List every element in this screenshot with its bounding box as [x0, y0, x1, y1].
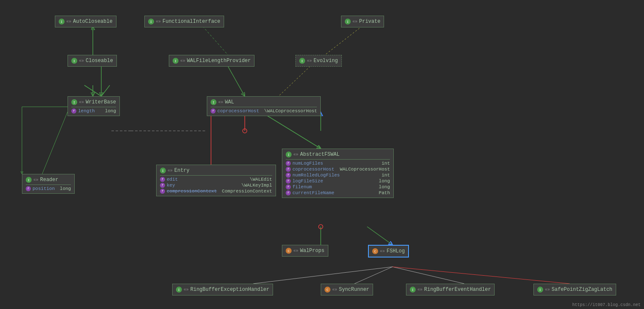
svg-point-12 — [243, 129, 247, 133]
icon-writerbase: I — [71, 99, 77, 105]
svg-line-5 — [101, 85, 110, 96]
field-icon-numlogfiles: f — [286, 161, 291, 166]
icon-walfilelengthprovider: I — [173, 58, 179, 64]
label-safepointzigzaglatch: SafePointZigZagLatch — [552, 287, 612, 293]
field-entry-key: f key \WALKeyImpl — [160, 182, 272, 188]
field-entry-compressioncontext: f compressionContext CompressionContext — [160, 188, 272, 194]
label-autocloseable: AutoCloseable — [73, 19, 113, 24]
diagram-container: I «» AutoCloseable I «» FunctionalInterf… — [0, 0, 644, 309]
field-icon-edit: f — [160, 177, 165, 182]
box-abstractfswal[interactable]: I «» AbstractFSWAL f numLogFiles int f c… — [282, 149, 394, 198]
field-reader-position: f position long — [26, 186, 71, 192]
svg-line-4 — [84, 85, 101, 96]
box-reader[interactable]: I «» Reader f position long — [22, 174, 75, 194]
icon-safepointzigzaglatch: I — [537, 287, 543, 293]
label-abstractfswal: AbstractFSWAL — [300, 152, 340, 157]
icon-autocloseable: I — [59, 19, 65, 24]
box-walfilelengthprovider[interactable]: I «» WALFileLengthProvider — [169, 55, 254, 67]
box-autocloseable[interactable]: I «» AutoCloseable — [55, 16, 116, 27]
svg-line-8 — [42, 112, 68, 174]
svg-line-18 — [253, 267, 392, 284]
label-functionalinterface: FunctionalInterface — [162, 19, 220, 24]
svg-line-21 — [392, 267, 570, 284]
svg-point-16 — [319, 225, 323, 229]
field-icon-numrolledlogfiles: f — [286, 173, 291, 178]
box-entry[interactable]: I «» Entry f edit \WALEdit f key \WALKey… — [156, 165, 276, 196]
field-icon-compressioncontext: f — [160, 189, 165, 194]
label-fshlog: FSHLog — [387, 248, 405, 254]
icon-evolving: I — [299, 58, 305, 64]
icon-abstractfswal: I — [286, 152, 292, 157]
field-icon-length: f — [71, 108, 76, 114]
field-entry-edit: f edit \WALEdit — [160, 176, 272, 182]
label-private: Private — [359, 19, 380, 24]
svg-line-7 — [279, 66, 310, 96]
field-numrolledlogfiles: f numRolledLogFiles int — [286, 172, 390, 178]
icon-walprops: C — [286, 248, 292, 254]
box-closeable[interactable]: I «» Closeable — [68, 55, 117, 67]
box-fshlog[interactable]: C «» FSHLog — [368, 245, 409, 258]
field-writerbase-length: f length long — [71, 108, 116, 114]
svg-line-1 — [203, 26, 228, 55]
box-functionalinterface[interactable]: I «» FunctionalInterface — [144, 16, 224, 27]
svg-line-17 — [367, 227, 392, 245]
label-evolving: Evolving — [314, 58, 338, 64]
icon-ringbufferexceptionhandler: I — [176, 287, 182, 293]
watermark: https://it007.blog.csdn.net — [572, 303, 641, 307]
label-walfilelengthprovider: WALFileLengthProvider — [187, 58, 251, 64]
icon-ringbuffereventhandler: I — [410, 287, 416, 293]
icon-closeable: I — [71, 58, 77, 64]
field-filenum: f filenum long — [286, 184, 390, 190]
svg-line-2 — [325, 26, 362, 55]
box-private[interactable]: I «» Private — [341, 16, 384, 27]
label-writerbase: WriterBase — [86, 99, 116, 105]
icon-private: I — [345, 19, 351, 24]
icon-entry: I — [160, 168, 166, 173]
icon-syncrunner: C — [325, 287, 330, 293]
field-icon-currentfilename: f — [286, 190, 291, 195]
box-walprops[interactable]: C «» WalProps — [282, 245, 328, 257]
svg-line-19 — [354, 267, 392, 284]
label-entry: Entry — [174, 168, 189, 173]
field-numlogfiles: f numLogFiles int — [286, 160, 390, 166]
box-ringbuffereventhandler[interactable]: I «» RingBufferEventHandler — [406, 284, 495, 295]
box-wal[interactable]: I «» WAL f coprocessorHost \WALCoprocess… — [207, 96, 321, 116]
box-syncrunner[interactable]: C «» SyncRunner — [321, 284, 373, 295]
icon-wal: I — [211, 99, 216, 105]
label-syncrunner: SyncRunner — [339, 287, 369, 293]
box-writerbase[interactable]: I «» WriterBase f length long — [68, 96, 120, 116]
svg-line-6 — [228, 66, 245, 96]
label-walprops: WalProps — [300, 248, 325, 254]
field-icon-logfilesize: f — [286, 179, 291, 184]
label-wal: WAL — [225, 99, 234, 105]
icon-functionalinterface: I — [148, 19, 154, 24]
icon-reader: I — [26, 177, 32, 183]
box-safepointzigzaglatch[interactable]: I «» SafePointZigZagLatch — [533, 284, 616, 295]
field-icon-filenum: f — [286, 184, 291, 190]
svg-line-20 — [392, 267, 464, 284]
field-icon-position: f — [26, 186, 31, 191]
icon-fshlog: C — [372, 248, 378, 254]
field-icon-coprocessorhost-abs: f — [286, 167, 291, 172]
svg-line-9 — [262, 112, 321, 149]
label-reader: Reader — [40, 177, 58, 183]
field-wal-coprocessorhost: f coprocessorHost \WALCoprocessorHost — [211, 108, 317, 114]
field-coprocessorhost-abs: f coprocessorHost WALCoprocessorHost — [286, 166, 390, 172]
field-icon-key: f — [160, 183, 165, 188]
box-ringbufferexceptionhandler[interactable]: I «» RingBufferExceptionHandler — [172, 284, 273, 295]
label-ringbuffereventhandler: RingBufferEventHandler — [424, 287, 491, 293]
label-ringbufferexceptionhandler: RingBufferExceptionHandler — [190, 287, 269, 293]
box-evolving[interactable]: I «» Evolving — [295, 55, 342, 67]
field-currentfilename: f currentFileName Path — [286, 190, 390, 196]
field-icon-coprocessorhost: f — [211, 108, 216, 114]
field-logfilesize: f logFileSize long — [286, 178, 390, 184]
label-closeable: Closeable — [86, 58, 113, 64]
